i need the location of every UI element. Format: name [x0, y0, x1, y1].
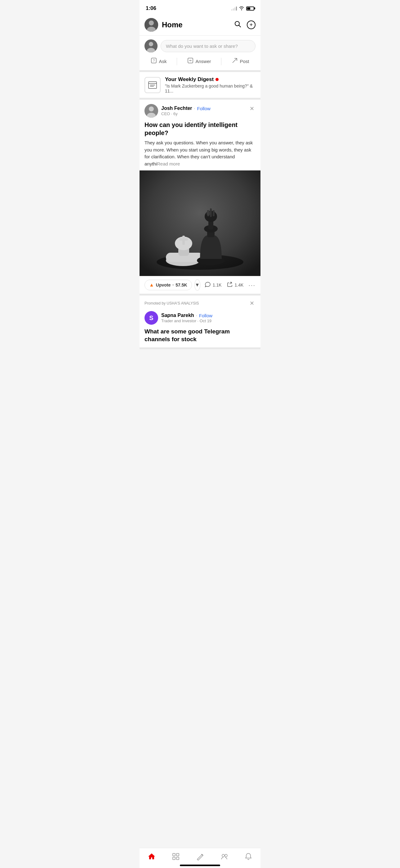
post-author-avatar: [144, 104, 158, 118]
ask-icon: ?: [151, 57, 157, 65]
status-bar: 1:06: [139, 0, 261, 16]
post-excerpt: They ask you questions. When you answer,…: [139, 140, 261, 170]
promoted-card: Promoted by USHA'S ANALYSIS ✕ S Sapna Pa…: [139, 296, 261, 349]
digest-preview: "Is Mark Zuckerberg a good human being?"…: [165, 84, 256, 93]
share-count: 1.4K: [235, 282, 244, 287]
post-author-row: Josh Fechter · Follow CEO · 6y: [144, 104, 210, 118]
status-icons: [231, 6, 254, 11]
promoted-author-row: S Sapna Parekh · Follow Trader and Inves…: [139, 308, 261, 327]
header-actions: +: [234, 20, 256, 30]
digest-content: Your Weekly Digest "Is Mark Zuckerberg a…: [165, 76, 256, 93]
post-actions-row: ? Ask Answer Post: [144, 56, 256, 66]
promoted-author-avatar: S: [144, 311, 158, 325]
status-time: 1:06: [146, 5, 156, 11]
svg-line-4: [239, 26, 241, 27]
upvote-count: 57.5K: [175, 282, 187, 287]
page-title: Home: [162, 21, 234, 29]
promoted-author-meta: Trader and Investor · Oct 19: [161, 318, 212, 323]
svg-point-36: [206, 211, 210, 216]
ask-button[interactable]: ? Ask: [148, 56, 169, 66]
post-input-row: What do you want to ask or share?: [144, 39, 256, 53]
search-icon[interactable]: [234, 20, 241, 30]
upvote-button[interactable]: ▲ Upvote · 57.5K: [144, 280, 192, 290]
wifi-icon: [239, 6, 244, 11]
promoted-post-title[interactable]: What are some good Telegram channels for…: [139, 327, 261, 347]
post-input-area: What do you want to ask or share? ? Ask …: [139, 36, 261, 72]
svg-point-1: [149, 21, 154, 26]
signal-icon: [231, 6, 237, 10]
svg-point-6: [149, 42, 153, 46]
svg-point-18: [149, 106, 154, 112]
post-button[interactable]: Post: [229, 56, 252, 66]
header-avatar: [144, 18, 158, 32]
svg-rect-35: [213, 210, 214, 216]
promoted-follow-button[interactable]: Follow: [199, 313, 212, 318]
post-header: Josh Fechter · Follow CEO · 6y ✕: [139, 100, 261, 121]
upvote-arrow-icon: ▲: [149, 282, 154, 288]
digest-notification-dot: [215, 78, 219, 81]
post-card: Josh Fechter · Follow CEO · 6y ✕ How can…: [139, 100, 261, 296]
svg-rect-27: [179, 238, 188, 241]
digest-icon: [144, 77, 161, 93]
svg-rect-34: [210, 208, 212, 217]
read-more-link[interactable]: Read more: [157, 161, 180, 166]
promoted-author-name[interactable]: Sapna Parekh: [161, 313, 194, 318]
downvote-button[interactable]: ▼: [194, 279, 200, 290]
digest-title: Your Weekly Digest: [165, 76, 214, 83]
answer-icon: [187, 57, 194, 65]
post-author-name[interactable]: Josh Fechter: [161, 105, 192, 111]
user-avatar: [144, 39, 158, 53]
answer-button[interactable]: Answer: [185, 56, 213, 66]
post-author-info: Josh Fechter · Follow CEO · 6y: [161, 105, 210, 116]
post-label: Post: [240, 59, 249, 64]
weekly-digest[interactable]: Your Weekly Digest "Is Mark Zuckerberg a…: [139, 72, 261, 100]
comment-button[interactable]: 1.1K: [205, 281, 222, 289]
post-actions: ▲ Upvote · 57.5K ▼ 1.1K 1.4K ···: [139, 276, 261, 294]
add-button[interactable]: +: [247, 21, 256, 29]
promoted-label: Promoted by USHA'S ANALYSIS ✕: [139, 296, 261, 308]
upvote-label: Upvote: [156, 282, 171, 287]
post-input[interactable]: What do you want to ask or share?: [161, 40, 256, 52]
comment-count: 1.1K: [213, 282, 222, 287]
digest-title-row: Your Weekly Digest: [165, 76, 256, 83]
header: Home +: [139, 16, 261, 36]
comment-icon: [205, 281, 211, 289]
share-button[interactable]: 1.4K: [227, 281, 244, 289]
post-image: [139, 170, 261, 276]
post-author-name-row: Josh Fechter · Follow: [161, 105, 210, 111]
post-icon: [232, 57, 238, 65]
svg-text:?: ?: [153, 59, 155, 62]
promoted-close-button[interactable]: ✕: [248, 299, 256, 308]
battery-icon: [246, 6, 254, 10]
follow-button[interactable]: Follow: [197, 106, 210, 111]
promoted-author-name-row: Sapna Parekh · Follow: [161, 313, 212, 318]
post-title[interactable]: How can you identify intelligent people?: [139, 121, 261, 140]
post-author-meta: CEO · 6y: [161, 112, 210, 116]
share-icon: [227, 281, 233, 289]
more-options-button[interactable]: ···: [248, 282, 256, 289]
promoted-author-info: Sapna Parekh · Follow Trader and Investo…: [161, 313, 212, 323]
answer-label: Answer: [195, 59, 211, 64]
ask-label: Ask: [159, 59, 167, 64]
promoted-by-text: Promoted by USHA'S ANALYSIS: [144, 301, 199, 306]
close-button[interactable]: ✕: [248, 104, 256, 113]
